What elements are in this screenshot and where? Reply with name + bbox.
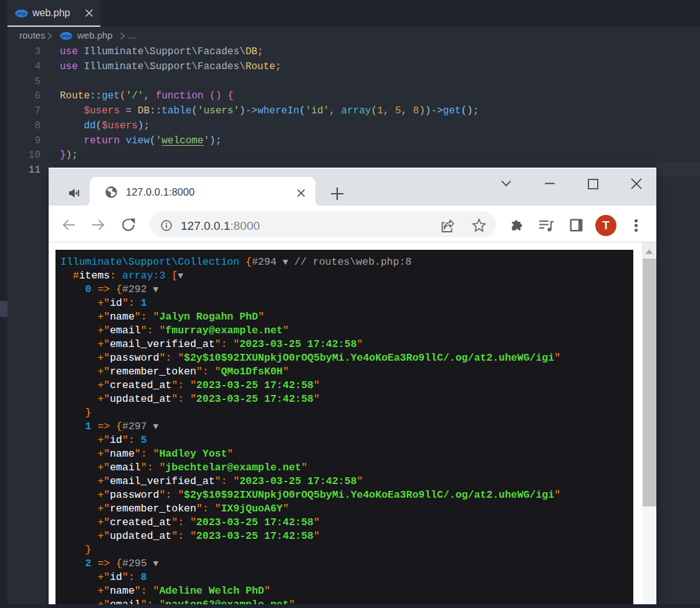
svg-text:php: php <box>61 33 71 39</box>
svg-text:php: php <box>16 11 26 16</box>
